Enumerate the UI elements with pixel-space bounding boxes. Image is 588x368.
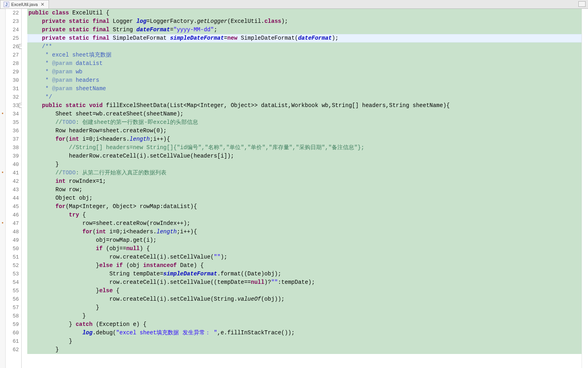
code-line[interactable]: } <box>27 303 582 312</box>
code-line[interactable]: for(int i=0;i<headers.length;i++){ <box>27 135 582 144</box>
annotation-marker <box>0 278 5 287</box>
annotation-marker <box>0 177 5 186</box>
annotation-marker <box>0 76 5 85</box>
code-line[interactable]: }else { <box>27 287 582 295</box>
line-number: 34 <box>6 110 19 118</box>
line-number: 23 <box>6 17 19 26</box>
annotation-marker <box>0 303 5 312</box>
code-line[interactable]: private static final Logger log=LoggerFa… <box>27 17 582 26</box>
line-number: 37 <box>6 135 19 144</box>
code-line[interactable]: //TODO: 从第二行开始塞入真正的数据列表 <box>27 169 582 177</box>
code-line[interactable]: for(Map<Integer, Object> rowMap:dataList… <box>27 202 582 211</box>
code-line[interactable]: public class ExcelUtil { <box>27 9 582 17</box>
code-line[interactable]: * @param wb <box>27 68 582 76</box>
line-number: 40 <box>6 160 19 169</box>
line-number: 54 <box>6 278 19 287</box>
code-line[interactable]: private static final String dateFormat="… <box>27 26 582 34</box>
code-line[interactable]: int rowIndex=1; <box>27 177 582 186</box>
code-line[interactable]: Object obj; <box>27 194 582 202</box>
annotation-marker <box>0 211 5 219</box>
annotation-marker <box>0 85 5 93</box>
code-line[interactable]: } catch (Exception e) { <box>27 320 582 329</box>
line-number: 44 <box>6 194 19 202</box>
annotation-marker <box>0 110 5 118</box>
code-line[interactable]: if (obj==null) { <box>27 245 582 253</box>
annotation-marker <box>0 59 5 68</box>
line-number: 30 <box>6 76 19 85</box>
code-area[interactable]: public class ExcelUtil { private static … <box>22 9 582 368</box>
line-number: 48 <box>6 228 19 236</box>
code-line[interactable]: public static void fillExcelSheetData(Li… <box>27 101 582 110</box>
code-line[interactable]: headerRow.createCell(i).setCellValue(hea… <box>27 152 582 160</box>
code-line[interactable]: */ <box>27 93 582 101</box>
code-editor[interactable]: 2223242526272829303132333435363738394041… <box>0 9 588 368</box>
tab-filename: ExcelUtil.java <box>11 2 38 7</box>
overview-ruler <box>582 9 588 368</box>
line-number: 52 <box>6 261 19 270</box>
line-number: 25 <box>6 34 19 42</box>
annotation-marker <box>0 253 5 261</box>
code-line[interactable]: row.createCell(i).setCellValue(""); <box>27 253 582 261</box>
code-line[interactable]: row.createCell(i).setCellValue((tempDate… <box>27 278 582 287</box>
code-line[interactable]: //TODO: 创建sheet的第一行数据-即excel的头部信息 <box>27 118 582 127</box>
annotation-marker <box>0 68 5 76</box>
line-number: 59 <box>6 320 19 329</box>
code-line[interactable]: } <box>27 346 582 354</box>
code-line[interactable]: * @param sheetName <box>27 85 582 93</box>
line-number: 62 <box>6 346 19 354</box>
annotation-marker <box>0 17 5 26</box>
code-line[interactable]: Sheet sheet=wb.createSheet(sheetName); <box>27 110 582 118</box>
line-number: 36 <box>6 127 19 135</box>
editor-tab-bar: J ExcelUtil.java ✕ <box>0 0 588 9</box>
code-line[interactable]: for(int i=0;i<headers.length;i++){ <box>27 228 582 236</box>
annotation-marker <box>0 144 5 152</box>
line-number: 46 <box>6 211 19 219</box>
annotation-marker <box>0 261 5 270</box>
line-number: 50 <box>6 245 19 253</box>
code-line[interactable]: /** <box>27 42 582 51</box>
code-line[interactable]: } <box>27 160 582 169</box>
code-line[interactable]: row.createCell(i).setCellValue(String.va… <box>27 295 582 303</box>
annotation-marker <box>0 228 5 236</box>
code-line[interactable]: try { <box>27 211 582 219</box>
annotation-marker <box>0 329 5 337</box>
code-line[interactable]: private static final SimpleDateFormat si… <box>27 34 582 42</box>
code-line[interactable]: * @param dataList <box>27 59 582 68</box>
code-line[interactable]: row=sheet.createRow(rowIndex++); <box>27 219 582 228</box>
code-line[interactable]: log.debug("excel sheet填充数据 发生异常： ",e.fil… <box>27 329 582 337</box>
code-line[interactable]: Row headerRow=sheet.createRow(0); <box>27 127 582 135</box>
minimize-editor-icon[interactable] <box>578 1 586 7</box>
line-number: 45 <box>6 202 19 211</box>
line-number: 35 <box>6 118 19 127</box>
close-tab-icon[interactable]: ✕ <box>40 2 45 7</box>
line-number: 38 <box>6 144 19 152</box>
annotation-marker <box>0 26 5 34</box>
file-tab[interactable]: J ExcelUtil.java ✕ <box>0 0 49 8</box>
code-line[interactable]: String tempDate=simpleDateFormat.format(… <box>27 270 582 278</box>
annotation-marker <box>0 186 5 194</box>
annotation-marker <box>0 320 5 329</box>
line-number: 61 <box>6 337 19 346</box>
line-number: 22 <box>6 9 19 17</box>
annotation-marker <box>0 160 5 169</box>
code-line[interactable]: obj=rowMap.get(i); <box>27 236 582 245</box>
annotation-marker <box>0 152 5 160</box>
line-number: 56 <box>6 295 19 303</box>
annotation-marker <box>0 312 5 320</box>
line-number: 27 <box>6 51 19 59</box>
line-number: 24 <box>6 26 19 34</box>
annotation-marker <box>0 93 5 101</box>
code-line[interactable]: * excel sheet填充数据 <box>27 51 582 59</box>
code-line[interactable]: Row row; <box>27 186 582 194</box>
code-line[interactable]: }else if (obj instanceof Date) { <box>27 261 582 270</box>
code-line[interactable]: } <box>27 312 582 320</box>
line-number: 60 <box>6 329 19 337</box>
code-line[interactable]: * @param headers <box>27 76 582 85</box>
annotation-marker <box>0 287 5 295</box>
annotation-marker <box>0 295 5 303</box>
line-number-gutter: 2223242526272829303132333435363738394041… <box>6 9 22 368</box>
code-line[interactable]: //String[] headers=new String[]{"id编号","… <box>27 144 582 152</box>
code-line[interactable]: } <box>27 337 582 346</box>
line-number: 57 <box>6 303 19 312</box>
line-number: 43 <box>6 186 19 194</box>
